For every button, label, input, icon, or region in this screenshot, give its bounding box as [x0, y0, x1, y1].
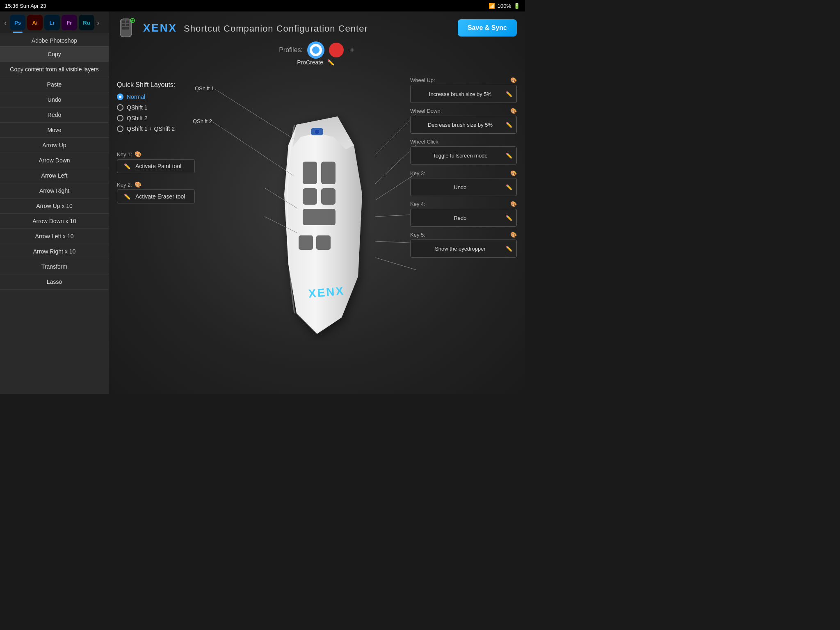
key1-edit-icon[interactable]: ✏️	[124, 163, 130, 169]
qshift-2-label: QShift 2	[127, 115, 148, 121]
wheel-up-edit-icon[interactable]: ✏️	[506, 91, 512, 97]
wheel-up-icon: 🎨	[510, 77, 517, 83]
shortcut-item-arrow-up[interactable]: Arrow Up	[0, 138, 109, 153]
svg-rect-13	[321, 188, 336, 205]
shortcut-list: CopyCopy content from all visible layers…	[0, 47, 109, 394]
key4-edit-icon[interactable]: ✏️	[506, 215, 512, 221]
key2-edit-icon[interactable]: ✏️	[124, 194, 130, 200]
qshift-normal-label: Normal	[127, 94, 145, 100]
logo-area: XENX Shortcut Companion Configuration Ce…	[117, 17, 368, 39]
wheel-up-button[interactable]: Increase brush size by 5% ✏️	[410, 85, 517, 103]
key5-icon: 🎨	[510, 232, 517, 238]
qshift-radio-12-circle	[117, 126, 123, 132]
qshift-1-label: QShift 1	[127, 104, 148, 111]
shortcut-item-arrow-up-10[interactable]: Arrow Up x 10	[0, 199, 109, 214]
profile-red-dot[interactable]	[329, 43, 344, 57]
shortcut-item-arrow-down-10[interactable]: Arrow Down x 10	[0, 214, 109, 229]
svg-rect-4	[126, 24, 129, 26]
svg-rect-10	[303, 162, 317, 184]
key4-section: Key 4: 🎨 Redo ✏️	[410, 201, 517, 227]
status-bar: 15:36 Sun Apr 23 📶 100% 🔋	[0, 0, 525, 11]
shortcut-item-paste[interactable]: Paste	[0, 77, 109, 92]
app-icon-ru[interactable]: Ru	[79, 15, 94, 30]
qshift-radio-1[interactable]: QShift 1	[117, 104, 175, 111]
key4-icon: 🎨	[510, 201, 517, 207]
wheel-click-label: Wheel Click:	[410, 139, 517, 145]
shortcut-item-arrow-left[interactable]: Arrow Left	[0, 168, 109, 183]
app-icon-ps[interactable]: Ps	[10, 15, 25, 30]
save-sync-button[interactable]: Save & Sync	[458, 19, 517, 37]
app-icon-ai[interactable]: Ai	[27, 15, 43, 30]
key3-button[interactable]: Undo ✏️	[410, 178, 517, 196]
main-panel: XENX Shortcut Companion Configuration Ce…	[109, 11, 525, 394]
wheel-click-button[interactable]: Toggle fullscreen mode ✏️	[410, 146, 517, 164]
app-icon-lr[interactable]: Lr	[44, 15, 60, 30]
header: XENX Shortcut Companion Configuration Ce…	[109, 11, 525, 39]
svg-point-7	[132, 20, 134, 22]
qshift1-label: QShift 1	[195, 85, 214, 91]
keys-left: Key 1: 🎨 ✏️ Activate Paint tool Key 2: 🎨…	[117, 151, 195, 212]
shortcut-item-arrow-left-10[interactable]: Arrow Left x 10	[0, 229, 109, 244]
app-next-button[interactable]: ›	[97, 18, 100, 27]
key1-icon: 🎨	[135, 151, 142, 158]
key2-value: Activate Eraser tool	[135, 193, 185, 200]
shortcut-item-arrow-right-10[interactable]: Arrow Right x 10	[0, 244, 109, 259]
shortcut-item-arrow-right[interactable]: Arrow Right	[0, 183, 109, 199]
key5-button[interactable]: Show the eyedropper ✏️	[410, 240, 517, 258]
wheel-up-value: Increase brush size by 5%	[415, 91, 506, 97]
profile-name: ProCreate	[297, 59, 323, 66]
shortcut-item-arrow-down[interactable]: Arrow Down	[0, 153, 109, 168]
key4-button[interactable]: Redo ✏️	[410, 209, 517, 227]
key2-assignment: Key 2: 🎨 ✏️ Activate Eraser tool	[117, 181, 195, 203]
shortcut-item-lasso[interactable]: Lasso	[0, 274, 109, 290]
key5-value: Show the eyedropper	[415, 246, 506, 252]
key2-label: Key 2: 🎨	[117, 181, 195, 188]
device-image: XENX	[264, 112, 370, 342]
key1-label: Key 1: 🎨	[117, 151, 195, 158]
qshift-panel-title: Quick Shift Layouts:	[117, 81, 175, 89]
profile-edit-icon[interactable]: ✏️	[327, 59, 334, 66]
qshift-radio-2[interactable]: QShift 2	[117, 115, 175, 121]
svg-rect-2	[126, 21, 129, 23]
wheel-down-edit-icon[interactable]: ✏️	[506, 122, 512, 128]
battery-level: 100%	[498, 3, 511, 9]
qshift-radio-1-circle	[117, 104, 123, 111]
key5-edit-icon[interactable]: ✏️	[506, 246, 512, 252]
key3-edit-icon[interactable]: ✏️	[506, 184, 512, 190]
qshift-radio-normal[interactable]: Normal	[117, 94, 175, 100]
profile-add-button[interactable]: +	[349, 46, 355, 55]
key5-section: Key 5: 🎨 Show the eyedropper ✏️	[410, 232, 517, 258]
wheel-down-section: Wheel Down: 🎨 Decrease brush size by 5% …	[410, 108, 517, 134]
wheel-down-button[interactable]: Decrease brush size by 5% ✏️	[410, 116, 517, 134]
key2-icon: 🎨	[135, 181, 142, 188]
svg-rect-14	[303, 209, 336, 225]
app-prev-button[interactable]: ‹	[2, 18, 8, 28]
key3-value: Undo	[415, 184, 506, 190]
app-icon-fr[interactable]: Fr	[62, 15, 77, 30]
shortcut-item-transform[interactable]: Transform	[0, 259, 109, 274]
shortcut-item-move[interactable]: Move	[0, 123, 109, 138]
wifi-icon: 📶	[488, 3, 495, 9]
qshift-radio-12[interactable]: QShift 1 + QShift 2	[117, 126, 175, 132]
key3-icon: 🎨	[510, 170, 517, 176]
qshift-radio-2-circle	[117, 115, 123, 121]
device-header-icon	[117, 17, 138, 39]
shortcut-item-undo[interactable]: Undo	[0, 92, 109, 107]
config-area: QShift 1 QShift 2 Quick Shift Layouts: N…	[113, 69, 521, 386]
key4-value: Redo	[415, 215, 506, 221]
status-time-date: 15:36 Sun Apr 23	[5, 3, 46, 9]
shortcut-item-copy[interactable]: Copy	[0, 47, 109, 62]
qshift2-label: QShift 2	[193, 118, 212, 124]
wheel-click-edit-icon[interactable]: ✏️	[506, 153, 512, 159]
profile-name-row: ProCreate ✏️	[109, 59, 525, 69]
profile-active-dot[interactable]	[308, 43, 323, 57]
key1-button[interactable]: ✏️ Activate Paint tool	[117, 159, 195, 173]
battery-icon: 🔋	[514, 3, 520, 9]
shortcut-item-redo[interactable]: Redo	[0, 107, 109, 123]
shortcut-item-copy-visible[interactable]: Copy content from all visible layers	[0, 62, 109, 77]
status-icons: 📶 100% 🔋	[488, 3, 520, 9]
sidebar: ‹ Ps Ai Lr Fr Ru › Adobe Photoshop CopyC…	[0, 11, 109, 394]
svg-rect-16	[316, 235, 331, 250]
wheel-down-icon: 🎨	[510, 108, 517, 114]
key2-button[interactable]: ✏️ Activate Eraser tool	[117, 189, 195, 203]
